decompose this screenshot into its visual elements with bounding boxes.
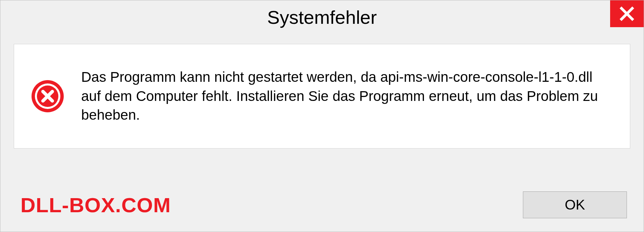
- error-message: Das Programm kann nicht gestartet werden…: [81, 68, 610, 125]
- watermark-text: DLL-BOX.COM: [20, 193, 171, 217]
- close-icon: [619, 6, 635, 22]
- titlebar: Systemfehler: [0, 0, 644, 34]
- close-button[interactable]: [610, 0, 644, 27]
- dialog-footer: DLL-BOX.COM OK: [0, 185, 644, 232]
- content-panel: Das Programm kann nicht gestartet werden…: [14, 44, 630, 149]
- error-icon: [31, 79, 64, 113]
- error-dialog: Systemfehler Das Programm kann nicht ges…: [0, 0, 644, 232]
- dialog-title: Systemfehler: [267, 6, 377, 28]
- ok-button[interactable]: OK: [523, 191, 627, 218]
